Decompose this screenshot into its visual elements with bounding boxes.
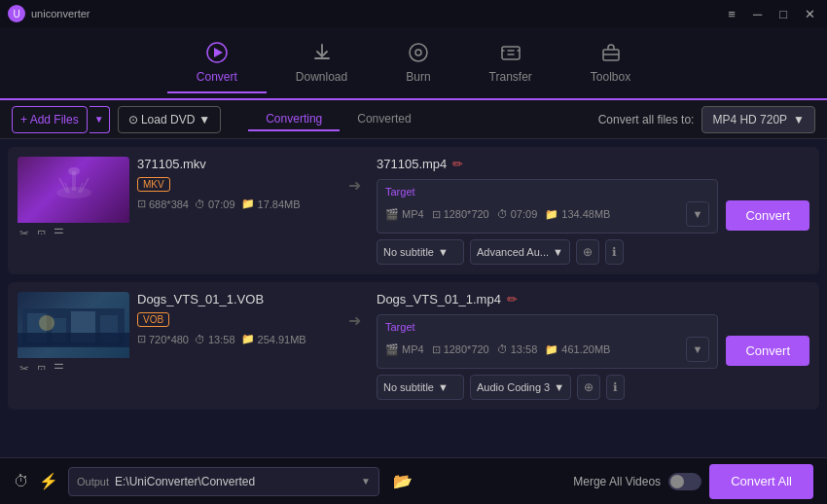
thumb-tools-2: ✂ ⊡ ☰ — [18, 358, 129, 370]
info-btn-2[interactable]: ℹ — [606, 375, 625, 400]
duration-meta-2: ⏱ 13:58 — [195, 334, 235, 345]
add-files-button[interactable]: + Add Files — [12, 106, 88, 133]
target-dur-2: ⏱ 13:58 — [497, 343, 538, 355]
target-size-val-1: 134.48MB — [561, 208, 610, 220]
target-res-val-1: 1280*720 — [444, 208, 489, 220]
subtitle-value-2: No subtitle — [383, 381, 434, 393]
convert-button-1[interactable]: Convert — [726, 200, 809, 231]
target-size-icon-1: 📁 — [545, 208, 558, 221]
settings-tool-1[interactable]: ☰ — [54, 227, 64, 234]
target-name-2: Dogs_VTS_01_1.mp4 — [377, 292, 501, 306]
close-button[interactable]: ✕ — [801, 6, 819, 22]
audio-value-2: Audio Coding 3 — [477, 381, 550, 393]
convert-all-button[interactable]: Convert All — [709, 464, 813, 499]
audio-select-2[interactable]: Audio Coding 3 ▼ — [470, 375, 571, 400]
resolution-icon-2: ⊡ — [137, 333, 146, 345]
convert-button-2[interactable]: Convert — [726, 336, 809, 366]
svg-rect-19 — [18, 333, 129, 347]
target-section-1: 371105.mp4 ✏ Target 🎬 MP4 ⊡ 1280*720 ⏱ — [377, 157, 718, 265]
nav-item-download[interactable]: Download — [267, 34, 377, 91]
title-bar: U uniconverter ≡ ─ □ ✕ — [0, 0, 827, 27]
file-meta-1: ⊡ 688*384 ⏱ 07:09 📁 17.84MB — [137, 198, 332, 210]
target-format-dropdown-1[interactable]: ▼ — [686, 201, 710, 227]
audio-settings-2[interactable]: ⊕ — [577, 375, 600, 400]
nav-item-toolbox[interactable]: Toolbox — [561, 34, 660, 91]
subtitle-chevron-2: ▼ — [438, 381, 449, 393]
target-dur-val-1: 07:09 — [511, 208, 538, 220]
cut-tool-1[interactable]: ✂ — [19, 227, 29, 234]
maximize-button[interactable]: □ — [775, 6, 791, 22]
nav-item-transfer[interactable]: Transfer — [460, 34, 561, 91]
merge-section: Merge All Videos Convert All — [573, 464, 813, 499]
target-options-row-1: No subtitle ▼ Advanced Au... ▼ ⊕ ℹ — [377, 239, 718, 265]
svg-marker-1 — [214, 48, 223, 57]
target-format-icon-1: 🎬 — [385, 208, 399, 221]
size-meta-2: 📁 254.91MB — [241, 333, 306, 345]
settings-tool-2[interactable]: ☰ — [54, 362, 64, 370]
trim-tool-2[interactable]: ⊡ — [37, 363, 46, 371]
subtitle-select-2[interactable]: No subtitle ▼ — [377, 375, 464, 400]
nav-item-burn[interactable]: Burn — [377, 34, 459, 91]
format-value: MP4 HD 720P — [712, 113, 787, 126]
toolbar-right: Convert all files to: MP4 HD 720P ▼ — [598, 106, 815, 133]
output-path: E:\UniConverter\Converted — [115, 475, 355, 488]
tab-converting[interactable]: Converting — [248, 108, 340, 131]
target-format-1: 🎬 MP4 — [385, 208, 424, 221]
file-name-2: Dogs_VTS_01_1.VOB — [137, 292, 332, 306]
main-content: ✂ ⊡ ☰ 371105.mkv MKV ⊡ 688*384 ⏱ 07:09 📁… — [0, 139, 827, 457]
size-icon-2: 📁 — [241, 333, 255, 345]
bottom-bar: ⏱ ⚡ Output E:\UniConverter\Converted ▼ 📂… — [0, 457, 827, 504]
merge-toggle[interactable] — [668, 473, 701, 490]
target-size-2: 📁 461.20MB — [545, 343, 610, 356]
resolution-value-1: 688*384 — [149, 198, 189, 210]
speed-icon[interactable]: ⚡ — [39, 472, 58, 490]
subtitle-select-1[interactable]: No subtitle ▼ — [377, 239, 464, 265]
arrow-2: ➜ — [340, 292, 369, 330]
duration-meta-1: ⏱ 07:09 — [195, 198, 235, 210]
load-dvd-label: ⊙ Load DVD — [128, 113, 196, 126]
edit-icon-2[interactable]: ✏ — [507, 292, 518, 306]
target-size-val-2: 461.20MB — [561, 343, 610, 355]
resolution-meta-1: ⊡ 688*384 — [137, 198, 189, 210]
audio-settings-1[interactable]: ⊕ — [576, 239, 599, 265]
menu-icon[interactable]: ≡ — [724, 6, 739, 22]
target-res-icon-2: ⊡ — [432, 343, 441, 356]
trim-tool-1[interactable]: ⊡ — [37, 228, 46, 235]
target-meta-1: 🎬 MP4 ⊡ 1280*720 ⏱ 07:09 📁 134.48MB — [385, 201, 709, 227]
arrow-1: ➜ — [340, 157, 369, 195]
burn-nav-icon — [408, 42, 429, 66]
minimize-button[interactable]: ─ — [749, 6, 766, 22]
target-options-row-2: No subtitle ▼ Audio Coding 3 ▼ ⊕ ℹ — [377, 375, 718, 400]
app-logo: U — [8, 5, 25, 22]
target-dur-val-2: 13:58 — [511, 343, 538, 355]
duration-value-2: 13:58 — [208, 334, 235, 345]
target-box-1: Target 🎬 MP4 ⊡ 1280*720 ⏱ 07:09 — [377, 179, 718, 234]
target-format-icon-2: 🎬 — [385, 343, 399, 356]
target-format-2: 🎬 MP4 — [385, 343, 424, 356]
target-filename-1: 371105.mp4 ✏ — [377, 157, 718, 171]
cut-tool-2[interactable]: ✂ — [19, 362, 29, 370]
resolution-value-2: 720*480 — [149, 334, 189, 345]
audio-chevron-1: ▼ — [553, 246, 563, 258]
audio-select-1[interactable]: Advanced Au... ▼ — [470, 239, 570, 265]
toolbox-nav-icon — [600, 42, 622, 66]
add-files-dropdown[interactable]: ▼ — [90, 106, 110, 133]
load-dvd-button[interactable]: ⊙ Load DVD ▼ — [118, 106, 222, 133]
edit-icon-1[interactable]: ✏ — [452, 157, 463, 171]
info-btn-1[interactable]: ℹ — [605, 239, 624, 265]
target-size-icon-2: 📁 — [545, 343, 558, 356]
resolution-icon-1: ⊡ — [137, 198, 146, 210]
file-thumb-2: ✂ ⊡ ☰ — [18, 292, 129, 370]
target-label-1: Target — [385, 186, 709, 198]
format-select[interactable]: MP4 HD 720P ▼ — [701, 106, 815, 133]
target-format-dropdown-2[interactable]: ▼ — [686, 337, 710, 362]
folder-button[interactable]: 📂 — [393, 472, 413, 490]
file-info-1: 371105.mkv MKV ⊡ 688*384 ⏱ 07:09 📁 17.84… — [137, 157, 332, 210]
target-name-1: 371105.mp4 — [377, 157, 447, 171]
history-icon[interactable]: ⏱ — [14, 473, 29, 490]
tab-converted[interactable]: Converted — [340, 108, 428, 131]
download-nav-icon — [311, 42, 333, 66]
convert-all-label: Convert all files to: — [598, 113, 695, 126]
thumb-tools-1: ✂ ⊡ ☰ — [18, 223, 129, 234]
nav-item-convert[interactable]: Convert — [167, 34, 267, 91]
